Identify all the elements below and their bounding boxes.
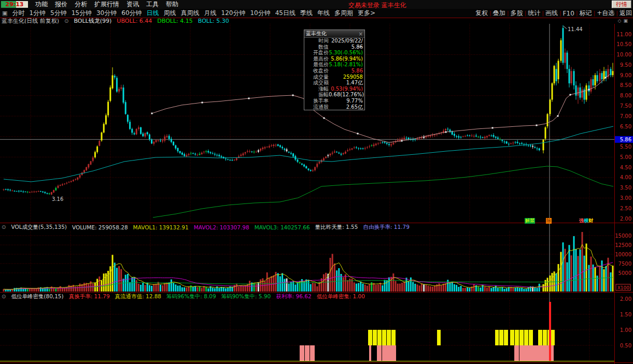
cost-line-marker: [323, 118, 325, 119]
main-seg-2: BOLL钱龙(99): [74, 17, 111, 25]
menu-item-1[interactable]: 报价: [55, 0, 67, 9]
popup-title: 蓝丰生化: [306, 30, 327, 37]
period-item-2[interactable]: 5分钟: [50, 9, 67, 18]
toolbar-item-7[interactable]: +自选: [597, 9, 614, 18]
low-price-label: 3.16: [52, 196, 63, 202]
signal-yellow-bar: [515, 330, 519, 345]
popup-row-1: 数值5.86: [304, 44, 364, 50]
price-axis-label: 5.50: [620, 144, 631, 150]
period-item-13[interactable]: 季线: [300, 9, 313, 18]
period-item-10[interactable]: 120分钟: [221, 9, 246, 18]
period-item-0[interactable]: 分时: [12, 9, 24, 18]
cost-line: [152, 75, 610, 142]
signal-axis-label: 1.00: [620, 327, 631, 333]
volume-header-row: ⊙VOL成交量(5,35,135)VOLUME: 259058.28MAVOL1…: [2, 224, 410, 230]
popup-label: 成交额: [306, 80, 329, 86]
price-axis-label: 7.50: [620, 103, 631, 109]
cost-line-marker: [557, 115, 559, 117]
period-item-8[interactable]: 真周线: [181, 9, 200, 18]
signal-pink-bar: [377, 345, 382, 361]
signal-axis-label: 2.00: [620, 296, 631, 302]
popup-label: 数值: [306, 44, 329, 50]
period-item-5[interactable]: 60分钟: [121, 9, 142, 18]
period-item-4[interactable]: 30分钟: [96, 9, 117, 18]
layout-icon[interactable]: ▣: [2, 10, 7, 17]
toolbar-separator: |: [594, 10, 596, 17]
signal-pink-bar: [305, 345, 310, 361]
period-item-1[interactable]: 1分钟: [29, 9, 46, 18]
toolbar-item-8[interactable]: 返回: [620, 9, 632, 18]
toolbar-item-3[interactable]: 统计: [528, 9, 540, 18]
period-item-14[interactable]: 年线: [317, 9, 330, 18]
diamond-icon[interactable]: ◇: [618, 18, 624, 23]
signal-seg-1: 低位单峰密集(80,15): [11, 293, 63, 300]
strong-stock-badge[interactable]: 强横财: [579, 218, 594, 224]
popup-label: 最低价: [306, 62, 329, 68]
unlock-badge[interactable]: 解禁: [525, 218, 535, 224]
signal-toggle-icon[interactable]: ⊙: [2, 294, 6, 299]
popup-value: 5.86(9.94%): [329, 56, 363, 62]
signal-seg-4: 筹码96%集中: 8.09: [166, 293, 216, 300]
popup-row-3: 最高价5.86(9.94%): [304, 56, 364, 62]
cost-line-marker: [605, 77, 607, 79]
menu-item-3[interactable]: 扩展行情: [94, 0, 119, 9]
price-axis-label: 9.00: [620, 72, 631, 78]
popup-value: 5.30(-0.56%): [329, 50, 363, 56]
main-toggle-icon[interactable]: ⊙: [64, 18, 68, 24]
period-item-7[interactable]: 周线: [164, 9, 176, 18]
popup-label: 最高价: [306, 56, 329, 62]
signal-yellow-bar: [552, 330, 555, 345]
period-item-3[interactable]: 15分钟: [72, 9, 92, 18]
period-item-16[interactable]: 更多>: [358, 9, 375, 18]
toolbar-item-4[interactable]: 画线: [545, 9, 558, 18]
signal-yellow-bar: [519, 330, 524, 345]
signal-yellow-bar: [377, 330, 382, 345]
menu-item-0[interactable]: 功能: [35, 0, 48, 9]
period-item-11[interactable]: 10分钟: [250, 9, 270, 18]
menu-item-4[interactable]: 资讯: [126, 0, 139, 9]
popup-row-5: 收盘价5.86: [304, 68, 364, 74]
volume-axis-label: 15000: [615, 233, 631, 239]
period-item-12[interactable]: 45日线: [275, 9, 296, 18]
signal-yellow-bar: [543, 330, 547, 345]
signal-pink-bar: [382, 345, 387, 361]
popup-title-bar[interactable]: 蓝丰生化 ×: [304, 30, 364, 38]
price-axis-label: 3.00: [620, 195, 631, 201]
cost-line-marker: [202, 102, 203, 104]
toolbar-item-5[interactable]: F10: [563, 10, 574, 17]
toolbar-item-1[interactable]: 叠加: [493, 9, 505, 18]
period-item-9[interactable]: 月线: [204, 9, 217, 18]
toolbar-item-2[interactable]: 多股: [510, 9, 523, 18]
window-icon[interactable]: ▣: [623, 18, 630, 23]
menu-item-6[interactable]: 帮助: [166, 0, 178, 9]
volume-seg-6: 量比昨天量: 1.55: [315, 224, 358, 231]
close-icon[interactable]: ×: [359, 31, 363, 37]
popup-label: 换手率: [306, 98, 329, 104]
quote-button[interactable]: 行情: [612, 1, 631, 8]
volume-seg-4: MAVOL2: 103307.98: [194, 224, 249, 230]
period-item-15[interactable]: 多周期: [334, 9, 353, 18]
signal-pink-bar: [300, 345, 304, 361]
toolbar-item-0[interactable]: 复权: [475, 9, 488, 18]
popup-row-7: 成交额1.47亿: [304, 80, 364, 86]
toolbar-item-6[interactable]: 标记: [580, 9, 592, 18]
volume-axis-label: 12500: [615, 242, 631, 248]
signal-pink-bar: [552, 345, 554, 361]
cost-line-marker: [292, 95, 294, 96]
volume-seg-7: 自由换手率: 11.79: [363, 224, 409, 231]
exdividend-badge[interactable]: 除: [546, 218, 552, 224]
period-item-6[interactable]: 日线: [147, 9, 159, 18]
signal-axis-label: 1.50: [620, 312, 631, 317]
menu-item-2[interactable]: 分析: [75, 0, 87, 9]
price-axis-label: 11.00: [616, 32, 631, 37]
menu-item-5[interactable]: 工具: [146, 0, 159, 9]
signal-pink-bar: [529, 345, 533, 361]
volume-toggle-icon[interactable]: ⊙: [2, 224, 6, 230]
price-axis-label: 8.00: [620, 93, 631, 98]
signal-yellow-bar: [495, 330, 499, 345]
volume-seg-1: VOL成交量(5,35,135): [11, 224, 67, 231]
main-seg-5: BOLL: 5.30: [198, 18, 229, 24]
signal-axis-label: 0.50: [620, 343, 631, 348]
main-seg-4: DBOLL: 4.15: [157, 18, 192, 24]
signal-pink-bar: [514, 345, 519, 361]
